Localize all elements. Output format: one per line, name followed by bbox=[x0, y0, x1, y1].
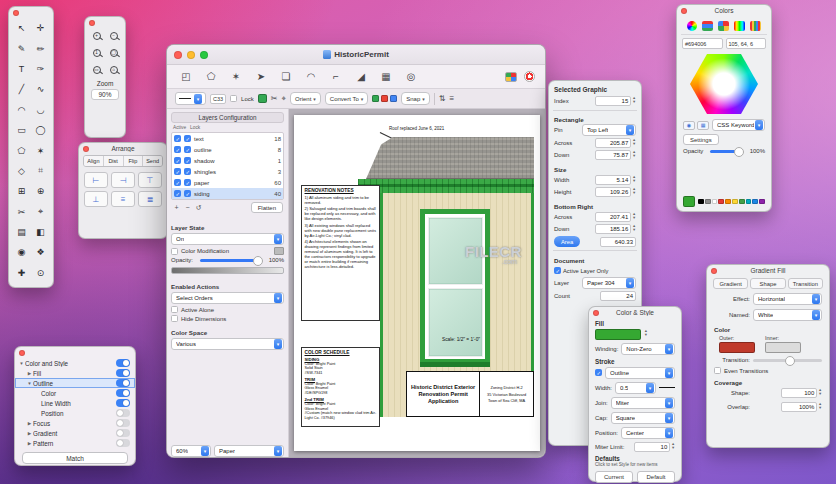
tool-button[interactable]: ✶ bbox=[31, 140, 50, 160]
picker-option-button[interactable]: ◉ bbox=[683, 121, 695, 130]
toolbar-tool-button[interactable]: ◢ bbox=[352, 68, 370, 85]
layer-lock-checkbox[interactable] bbox=[184, 179, 191, 186]
layer-lock-checkbox[interactable] bbox=[184, 146, 191, 153]
match-row[interactable]: ▶ Gradient bbox=[15, 428, 135, 438]
match-row[interactable]: Line Width bbox=[15, 398, 135, 408]
css-keyword-dropdown[interactable]: CSS Keyword▾ bbox=[712, 119, 765, 131]
color-swatch[interactable] bbox=[712, 199, 718, 205]
target-icon[interactable] bbox=[524, 71, 535, 82]
canvas-zoom-dropdown[interactable]: 60%▾ bbox=[171, 445, 211, 457]
outer-color-swatch[interactable] bbox=[719, 342, 755, 353]
color-sliders-icon[interactable] bbox=[702, 21, 713, 31]
tool-button[interactable]: ◧ bbox=[31, 222, 50, 242]
color-chip[interactable] bbox=[372, 95, 379, 102]
named-dropdown[interactable]: White▾ bbox=[753, 309, 822, 321]
current-color-swatch[interactable] bbox=[683, 196, 695, 207]
toolbar-icon-button[interactable]: ⇅ bbox=[439, 94, 446, 103]
modification-color-well[interactable] bbox=[274, 247, 284, 255]
tool-button[interactable]: ✚ bbox=[12, 263, 31, 283]
color-swatch[interactable] bbox=[739, 199, 745, 205]
tool-button[interactable]: ▤ bbox=[12, 222, 31, 242]
tool-button[interactable]: ⌗ bbox=[31, 161, 50, 181]
stepper[interactable]: ▲▼ bbox=[632, 176, 636, 184]
color-hexagon-picker[interactable] bbox=[690, 54, 758, 114]
stepper[interactable]: ▲▼ bbox=[632, 188, 636, 196]
match-toggle[interactable] bbox=[116, 409, 130, 417]
stepper[interactable]: ▲▼ bbox=[632, 151, 636, 159]
miter-limit-value[interactable]: 10 bbox=[634, 442, 670, 452]
tool-button[interactable]: ∿ bbox=[31, 79, 50, 99]
width-dropdown[interactable]: 0.5▾ bbox=[615, 382, 656, 394]
stepper[interactable]: ▲▼ bbox=[644, 330, 648, 338]
layer-row[interactable]: shingles 3 bbox=[172, 166, 283, 177]
layer-row[interactable]: paper 60 bbox=[172, 177, 283, 188]
close-icon[interactable] bbox=[19, 350, 25, 356]
toolbar-tool-button[interactable]: ◠ bbox=[302, 68, 320, 85]
layer-action-icon[interactable]: + bbox=[172, 204, 181, 212]
disclosure-triangle-icon[interactable]: ▶ bbox=[26, 371, 33, 376]
window-titlebar[interactable]: HistoricPermit bbox=[167, 45, 545, 65]
toolbar-tool-button[interactable]: ⬠ bbox=[202, 68, 220, 85]
color-swatch[interactable] bbox=[732, 199, 738, 205]
style-code-box[interactable]: C33 bbox=[210, 94, 226, 104]
match-row[interactable]: ▶ Pattern bbox=[15, 438, 135, 448]
layer-action-icon[interactable]: − bbox=[183, 204, 192, 212]
match-toggle[interactable] bbox=[116, 369, 130, 377]
color-swatch[interactable] bbox=[725, 199, 731, 205]
match-row[interactable]: Position bbox=[15, 408, 135, 418]
pin-dropdown[interactable]: Top Left▾ bbox=[582, 124, 636, 136]
inner-color-swatch[interactable] bbox=[765, 342, 801, 353]
stepper[interactable]: ▲▼ bbox=[632, 139, 636, 147]
snap-dropdown[interactable]: Snap▾ bbox=[401, 92, 430, 105]
settings-button[interactable]: Settings bbox=[683, 134, 719, 145]
match-toggle[interactable] bbox=[116, 379, 130, 387]
drawing-page[interactable]: Roof replaced June 6, 2021 RENOVATION NO… bbox=[294, 115, 540, 451]
toolbar-tool-button[interactable]: ⌐ bbox=[327, 68, 345, 85]
tool-button[interactable]: ⌖ bbox=[31, 202, 50, 222]
even-transitions-checkbox[interactable] bbox=[714, 367, 721, 374]
gradient-tab[interactable]: Shape bbox=[750, 278, 785, 289]
layer-active-checkbox[interactable] bbox=[174, 179, 181, 186]
color-chip[interactable] bbox=[381, 95, 388, 102]
disclosure-triangle-icon[interactable]: ▶ bbox=[26, 441, 33, 446]
stepper[interactable]: ▲▼ bbox=[818, 389, 822, 397]
hide-dimensions-checkbox[interactable] bbox=[171, 315, 178, 322]
gradient-tab[interactable]: Gradient bbox=[713, 278, 748, 289]
toolbar-icon-button[interactable]: ≡ bbox=[450, 94, 455, 103]
toolbar-icon-button[interactable]: ⌖ bbox=[281, 94, 286, 104]
match-toggle[interactable] bbox=[116, 419, 130, 427]
stepper[interactable]: ▲▼ bbox=[632, 97, 636, 105]
br-across-value[interactable]: 207.41 bbox=[595, 212, 631, 222]
stepper[interactable]: ▲▼ bbox=[632, 213, 636, 221]
tint-bar[interactable] bbox=[171, 267, 284, 274]
tool-button[interactable]: ◯ bbox=[31, 120, 50, 140]
layer-action-icon[interactable]: ↺ bbox=[194, 204, 203, 212]
align-button[interactable]: ⊥ bbox=[84, 191, 108, 207]
active-layer-only-checkbox[interactable] bbox=[554, 267, 561, 274]
opacity-slider[interactable] bbox=[200, 259, 262, 262]
zoom-button[interactable] bbox=[200, 51, 208, 59]
height-value[interactable]: 109.26 bbox=[595, 187, 631, 197]
tool-button[interactable]: ◉ bbox=[12, 242, 31, 262]
hex-field[interactable]: #694006 bbox=[682, 38, 723, 49]
tool-button[interactable]: ⊞ bbox=[12, 181, 31, 201]
picker-option-button[interactable]: ▦ bbox=[697, 121, 709, 130]
stroke-style-dropdown[interactable]: ▾ bbox=[175, 92, 206, 105]
color-swatch[interactable] bbox=[718, 199, 724, 205]
zoom-tool-button[interactable]: − bbox=[105, 28, 122, 43]
match-toggle[interactable] bbox=[116, 439, 130, 447]
outline-dropdown[interactable]: Outline▾ bbox=[605, 367, 675, 379]
layer-active-checkbox[interactable] bbox=[174, 146, 181, 153]
match-toggle[interactable] bbox=[116, 429, 130, 437]
index-value[interactable]: 15 bbox=[595, 96, 631, 106]
match-toggle[interactable] bbox=[116, 399, 130, 407]
tool-button[interactable]: ⬠ bbox=[12, 140, 31, 160]
tool-button[interactable]: ◡ bbox=[31, 100, 50, 120]
toolbar-icon-button[interactable]: ✂ bbox=[271, 94, 278, 103]
arrange-tab[interactable]: Flip bbox=[124, 156, 144, 166]
convert-to-dropdown[interactable]: Convert To▾ bbox=[325, 92, 368, 105]
zoom-value[interactable]: 90% bbox=[91, 89, 119, 100]
color-chip[interactable] bbox=[390, 95, 397, 102]
orient-dropdown[interactable]: Orient▾ bbox=[290, 92, 321, 105]
layer-lock-checkbox[interactable] bbox=[184, 157, 191, 164]
